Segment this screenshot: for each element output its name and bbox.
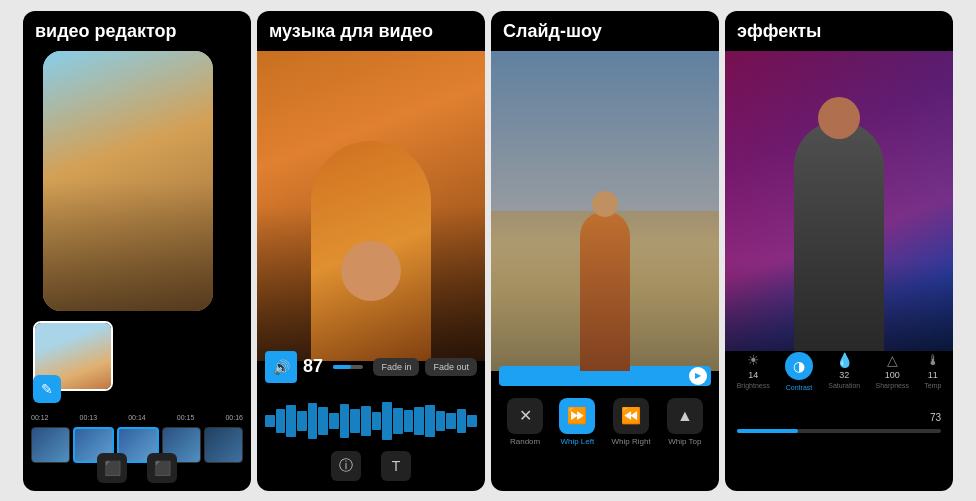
sharpness-val: 100 <box>885 370 900 380</box>
saturation-label: Saturation <box>828 382 860 389</box>
whip-top-icon: ▲ <box>667 398 703 434</box>
effect-saturation[interactable]: 💧 32 Saturation <box>828 352 860 391</box>
screen3-transitions: ✕ Random ⏩ Whip Left ⏪ Whip Right ▲ Whip… <box>491 398 719 446</box>
screen1-icon-right[interactable]: ⬛ <box>147 453 177 483</box>
screen4-slider[interactable] <box>737 429 941 433</box>
temp-val: 11 <box>928 370 938 380</box>
temp-icon: 🌡 <box>926 352 940 368</box>
wave-bar <box>340 404 350 438</box>
wave-bar <box>457 409 467 433</box>
screen4-slider-val: 73 <box>930 412 941 423</box>
whip-left-icon: ⏩ <box>559 398 595 434</box>
brightness-label: Brightness <box>737 382 770 389</box>
trans-whip-left[interactable]: ⏩ Whip Left <box>559 398 595 446</box>
trans-whip-top[interactable]: ▲ Whip Top <box>667 398 703 446</box>
wave-bar <box>350 409 360 433</box>
trans-whip-right[interactable]: ⏪ Whip Right <box>612 398 651 446</box>
wave-bar <box>446 413 456 429</box>
time-2: 00:14 <box>128 414 146 421</box>
wave-bar <box>436 411 446 431</box>
wave-bar <box>308 403 318 439</box>
wave-bar <box>467 415 477 427</box>
trans-whip-top-label: Whip Top <box>668 437 701 446</box>
screen2-waveform <box>265 401 477 441</box>
wave-bar <box>329 413 339 429</box>
wave-bar <box>286 405 296 437</box>
trans-whip-left-label: Whip Left <box>560 437 594 446</box>
screenshot-music: музыка для видео 🔊 87 Fade in Fade out <box>257 11 485 491</box>
screen4-title: эффекты <box>725 11 953 51</box>
screen2-volume-bar <box>333 365 363 369</box>
whip-right-icon: ⏪ <box>613 398 649 434</box>
saturation-icon: 💧 <box>836 352 853 368</box>
wave-bar <box>393 408 403 434</box>
app-container: видео редактор ✎ 00:12 00:13 00:14 00:15… <box>15 3 961 499</box>
screen2-title: музыка для видео <box>257 11 485 51</box>
screenshot-effects: эффекты ☀ 14 Brightness ◑ Contrast 💧 32 <box>725 11 953 491</box>
screenshot-slideshow: Слайд-шоу ▶ ✕ Random ⏩ Whip Left <box>491 11 719 491</box>
wave-bar <box>414 407 424 435</box>
screen2-text-icon[interactable]: T <box>381 451 411 481</box>
sharpness-label: Sharpness <box>875 382 908 389</box>
trans-random[interactable]: ✕ Random <box>507 398 543 446</box>
screenshot-video-editor: видео редактор ✎ 00:12 00:13 00:14 00:15… <box>23 11 251 491</box>
contrast-label: Contrast <box>786 384 812 391</box>
screen2-photo <box>257 51 485 361</box>
time-0: 00:12 <box>31 414 49 421</box>
screen2-speaker-icon: 🔊 <box>265 351 297 383</box>
screen1-bottom-icons: ⬛ ⬛ <box>23 453 251 483</box>
saturation-val: 32 <box>839 370 849 380</box>
screen3-title: Слайд-шоу <box>491 11 719 51</box>
screen4-effects-bar: ☀ 14 Brightness ◑ Contrast 💧 32 Saturati… <box>725 352 953 391</box>
wave-bar <box>425 405 435 437</box>
screen2-bottom-icons: ⓘ T <box>257 451 485 481</box>
screen1-title: видео редактор <box>23 11 251 51</box>
wave-bar <box>382 402 392 440</box>
wave-bar <box>297 411 307 431</box>
time-3: 00:15 <box>177 414 195 421</box>
screen4-person-head <box>818 97 860 139</box>
screen2-fade-out-btn[interactable]: Fade out <box>425 358 477 376</box>
brightness-icon: ☀ <box>747 352 760 368</box>
screen4-person-body <box>794 121 884 351</box>
screen1-times: 00:12 00:13 00:14 00:15 00:16 <box>31 414 243 421</box>
screen2-controls: 🔊 87 Fade in Fade out <box>265 351 477 391</box>
effect-sharpness[interactable]: △ 100 Sharpness <box>875 352 908 391</box>
effect-contrast[interactable]: ◑ Contrast <box>785 352 813 391</box>
wave-bar <box>265 415 275 427</box>
screen2-info-icon[interactable]: ⓘ <box>331 451 361 481</box>
effect-brightness[interactable]: ☀ 14 Brightness <box>737 352 770 391</box>
screen3-play-icon[interactable]: ▶ <box>689 367 707 385</box>
screen1-edit-icon: ✎ <box>33 375 61 403</box>
wave-bar <box>404 410 414 432</box>
screen2-fade-in-btn[interactable]: Fade in <box>373 358 419 376</box>
time-4: 00:16 <box>225 414 243 421</box>
wave-bar <box>318 407 328 435</box>
wave-bar <box>361 406 371 436</box>
trans-random-label: Random <box>510 437 540 446</box>
screen3-photo <box>491 51 719 371</box>
contrast-icon: ◑ <box>785 352 813 380</box>
screen1-photo <box>43 51 213 311</box>
wave-bar <box>372 412 382 430</box>
wave-bar <box>276 409 286 433</box>
screen2-volume-num: 87 <box>303 356 323 377</box>
screen4-photo <box>725 51 953 351</box>
trans-whip-right-label: Whip Right <box>612 437 651 446</box>
effect-temp[interactable]: 🌡 11 Temp <box>924 352 941 391</box>
sharpness-icon: △ <box>887 352 898 368</box>
screen2-face <box>341 241 401 301</box>
screen4-slider-fill <box>737 429 798 433</box>
screen1-phone-frame <box>43 51 213 311</box>
screen3-person-body <box>580 211 630 371</box>
time-1: 00:13 <box>80 414 98 421</box>
random-icon: ✕ <box>507 398 543 434</box>
screen1-icon-left[interactable]: ⬛ <box>97 453 127 483</box>
brightness-val: 14 <box>748 370 758 380</box>
temp-label: Temp <box>924 382 941 389</box>
